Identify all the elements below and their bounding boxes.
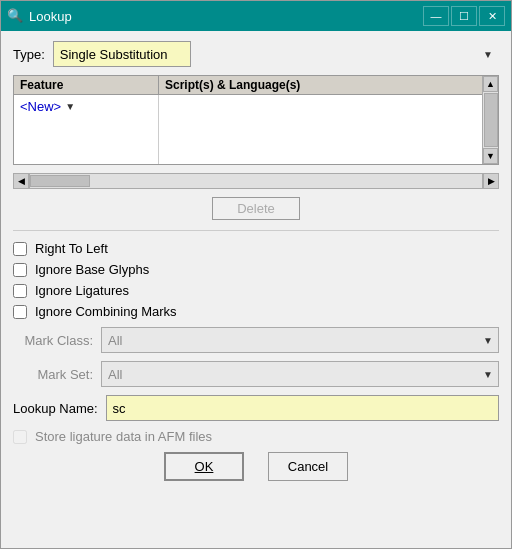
scrollbar-up-button[interactable]: ▲ — [483, 76, 498, 92]
scrollbar-thumb[interactable] — [484, 93, 498, 147]
cancel-button[interactable]: Cancel — [268, 452, 348, 481]
lookup-name-row: Lookup Name: — [13, 395, 499, 421]
mark-set-select[interactable]: All — [101, 361, 499, 387]
store-ligature-row: Store ligature data in AFM files — [13, 429, 499, 444]
mark-set-select-wrapper: All — [101, 361, 499, 387]
horizontal-scrollbar[interactable]: ◀ ▶ — [13, 173, 499, 189]
rtl-checkbox[interactable] — [13, 242, 27, 256]
mark-set-row: Mark Set: All — [13, 361, 499, 387]
dialog-content: Type: Single SubstitutionMultiple Substi… — [1, 31, 511, 548]
ignore-lig-checkbox-row: Ignore Ligatures — [13, 283, 499, 298]
ignore-combining-checkbox-row: Ignore Combining Marks — [13, 304, 499, 319]
store-ligature-checkbox[interactable] — [13, 430, 27, 444]
divider-1 — [13, 230, 499, 231]
feature-dropdown-icon[interactable]: ▼ — [65, 101, 75, 112]
mark-set-label: Mark Set: — [13, 367, 93, 382]
mark-class-select-wrapper: All — [101, 327, 499, 353]
minimize-button[interactable]: — — [423, 6, 449, 26]
hscroll-right-button[interactable]: ▶ — [483, 173, 499, 189]
window-icon: 🔍 — [7, 8, 23, 24]
hscroll-track[interactable] — [29, 173, 483, 189]
type-select-wrapper: Single SubstitutionMultiple Substitution… — [53, 41, 499, 67]
lookup-name-input[interactable] — [106, 395, 499, 421]
ignore-combining-checkbox[interactable] — [13, 305, 27, 319]
ignore-base-checkbox[interactable] — [13, 263, 27, 277]
ignore-base-label: Ignore Base Glyphs — [35, 262, 149, 277]
table-vertical-scrollbar[interactable]: ▲ ▼ — [482, 76, 498, 164]
mark-class-select[interactable]: All — [101, 327, 499, 353]
ignore-lig-label: Ignore Ligatures — [35, 283, 129, 298]
rtl-label: Right To Left — [35, 241, 108, 256]
mark-class-label: Mark Class: — [13, 333, 93, 348]
table-inner: Feature Script(s) & Language(s) <New> ▼ — [14, 76, 482, 164]
ok-button[interactable]: OK — [164, 452, 244, 481]
titlebar-buttons: — ☐ ✕ — [423, 6, 505, 26]
maximize-button[interactable]: ☐ — [451, 6, 477, 26]
delete-button[interactable]: Delete — [212, 197, 300, 220]
store-ligature-label: Store ligature data in AFM files — [35, 429, 212, 444]
table-header: Feature Script(s) & Language(s) — [14, 76, 482, 95]
lookup-window: 🔍 Lookup — ☐ ✕ Type: Single Substitution… — [0, 0, 512, 549]
type-row: Type: Single SubstitutionMultiple Substi… — [13, 41, 499, 67]
type-select[interactable]: Single SubstitutionMultiple Substitution… — [53, 41, 191, 67]
hscroll-left-button[interactable]: ◀ — [13, 173, 29, 189]
feature-column-header: Feature — [14, 76, 159, 94]
feature-cell: <New> ▼ — [14, 95, 159, 164]
feature-table: Feature Script(s) & Language(s) <New> ▼ … — [13, 75, 499, 165]
close-button[interactable]: ✕ — [479, 6, 505, 26]
type-label: Type: — [13, 47, 45, 62]
new-feature-link[interactable]: <New> — [20, 99, 61, 114]
window-title: Lookup — [29, 9, 423, 24]
ignore-base-checkbox-row: Ignore Base Glyphs — [13, 262, 499, 277]
scripts-cell — [159, 95, 482, 164]
button-row: OK Cancel — [13, 452, 499, 487]
ignore-ligatures-checkbox[interactable] — [13, 284, 27, 298]
ignore-combining-label: Ignore Combining Marks — [35, 304, 177, 319]
table-body: <New> ▼ — [14, 95, 482, 164]
checkbox-section: Right To Left Ignore Base Glyphs Ignore … — [13, 241, 499, 319]
scrollbar-down-button[interactable]: ▼ — [483, 148, 498, 164]
titlebar: 🔍 Lookup — ☐ ✕ — [1, 1, 511, 31]
mark-class-row: Mark Class: All — [13, 327, 499, 353]
hscroll-thumb[interactable] — [30, 175, 90, 187]
scripts-column-header: Script(s) & Language(s) — [159, 76, 482, 94]
delete-row: Delete — [13, 197, 499, 220]
rtl-checkbox-row: Right To Left — [13, 241, 499, 256]
lookup-name-label: Lookup Name: — [13, 401, 98, 416]
